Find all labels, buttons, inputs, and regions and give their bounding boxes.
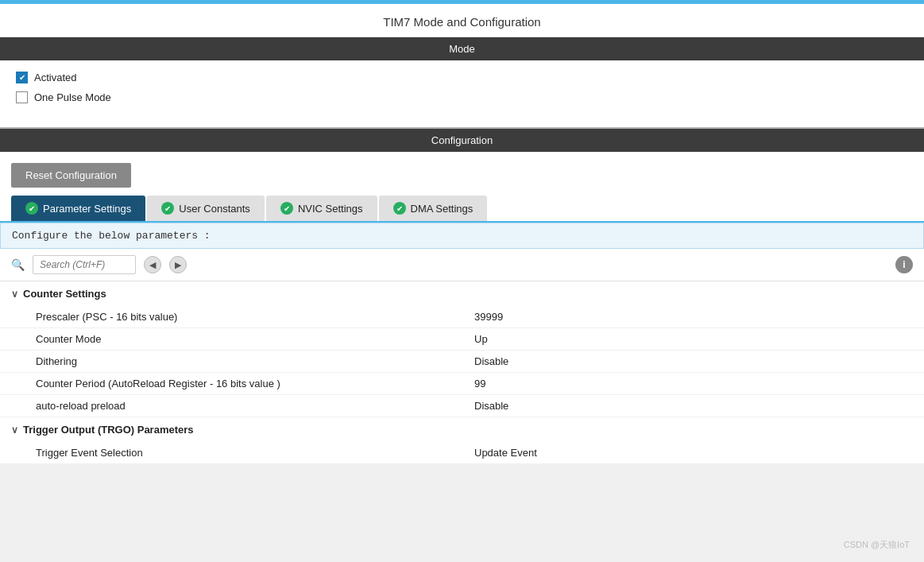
tab-dma-settings-icon: ✔ bbox=[393, 202, 406, 215]
tab-nvic-settings[interactable]: ✔ NVIC Settings bbox=[266, 196, 377, 221]
param-value-prescaler: 39999 bbox=[474, 311, 913, 323]
tab-parameter-settings-label: Parameter Settings bbox=[43, 203, 131, 215]
config-section: Configuration Reset Configuration ✔ Para… bbox=[0, 129, 924, 464]
watermark: CSDN @天狼IoT bbox=[844, 539, 910, 551]
trigger-output-toggle[interactable]: ∨ bbox=[11, 424, 18, 436]
config-section-header: Configuration bbox=[0, 129, 924, 152]
reset-configuration-button[interactable]: Reset Configuration bbox=[11, 163, 131, 188]
tab-user-constants[interactable]: ✔ User Constants bbox=[147, 196, 265, 221]
param-value-counter-period: 99 bbox=[474, 378, 913, 390]
tab-user-constants-label: User Constants bbox=[179, 203, 250, 215]
activated-checkbox[interactable]: ✔ bbox=[16, 72, 28, 83]
param-name-trigger-event: Trigger Event Selection bbox=[36, 447, 474, 459]
info-icon[interactable]: i bbox=[895, 256, 913, 273]
tab-dma-settings-label: DMA Settings bbox=[411, 203, 474, 215]
search-icon: 🔍 bbox=[11, 258, 25, 271]
table-row: Dithering Disable bbox=[0, 351, 924, 373]
tab-nvic-settings-label: NVIC Settings bbox=[298, 203, 363, 215]
params-area: ∨ Counter Settings Prescaler (PSC - 16 b… bbox=[0, 281, 924, 464]
trigger-output-group-header: ∨ Trigger Output (TRGO) Parameters bbox=[0, 417, 924, 442]
param-name-counter-period: Counter Period (AutoReload Register - 16… bbox=[36, 378, 474, 390]
counter-settings-group-header: ∨ Counter Settings bbox=[0, 281, 924, 306]
tab-parameter-settings-icon: ✔ bbox=[25, 202, 38, 215]
param-name-auto-reload: auto-reload preload bbox=[36, 400, 474, 412]
tab-parameter-settings[interactable]: ✔ Parameter Settings bbox=[11, 196, 145, 221]
param-value-counter-mode: Up bbox=[474, 333, 913, 345]
one-pulse-label: One Pulse Mode bbox=[34, 91, 111, 103]
param-value-trigger-event: Update Event bbox=[474, 447, 913, 459]
nav-next-button[interactable]: ▶ bbox=[169, 256, 187, 273]
param-name-prescaler: Prescaler (PSC - 16 bits value) bbox=[36, 311, 474, 323]
activated-row: ✔ Activated bbox=[16, 72, 908, 83]
tab-dma-settings[interactable]: ✔ DMA Settings bbox=[379, 196, 488, 221]
table-row: Counter Mode Up bbox=[0, 328, 924, 351]
table-row: auto-reload preload Disable bbox=[0, 395, 924, 417]
counter-settings-toggle[interactable]: ∨ bbox=[11, 289, 18, 300]
mode-section: ✔ Activated One Pulse Mode bbox=[0, 60, 924, 129]
param-name-counter-mode: Counter Mode bbox=[36, 333, 474, 345]
param-value-dithering: Disable bbox=[474, 355, 913, 367]
tab-nvic-settings-icon: ✔ bbox=[280, 202, 293, 215]
param-value-auto-reload: Disable bbox=[474, 400, 913, 412]
search-input[interactable] bbox=[33, 255, 136, 274]
table-row: Counter Period (AutoReload Register - 16… bbox=[0, 373, 924, 395]
nav-prev-button[interactable]: ◀ bbox=[144, 256, 161, 273]
mode-section-header: Mode bbox=[0, 37, 924, 60]
page-title: TIM7 Mode and Configuration bbox=[0, 4, 924, 37]
search-bar: 🔍 ◀ ▶ i bbox=[0, 249, 924, 281]
table-row: Trigger Event Selection Update Event bbox=[0, 442, 924, 464]
table-row: Prescaler (PSC - 16 bits value) 39999 bbox=[0, 306, 924, 328]
reset-btn-area: Reset Configuration bbox=[0, 152, 924, 196]
tabs-bar: ✔ Parameter Settings ✔ User Constants ✔ … bbox=[0, 196, 924, 223]
one-pulse-checkbox[interactable] bbox=[16, 91, 28, 103]
activated-label: Activated bbox=[34, 72, 76, 83]
tab-user-constants-icon: ✔ bbox=[161, 202, 174, 215]
param-name-dithering: Dithering bbox=[36, 355, 474, 367]
one-pulse-row: One Pulse Mode bbox=[16, 91, 908, 103]
counter-settings-label: Counter Settings bbox=[23, 288, 106, 300]
trigger-output-label: Trigger Output (TRGO) Parameters bbox=[23, 424, 194, 436]
configure-label: Configure the below parameters : bbox=[0, 223, 924, 249]
